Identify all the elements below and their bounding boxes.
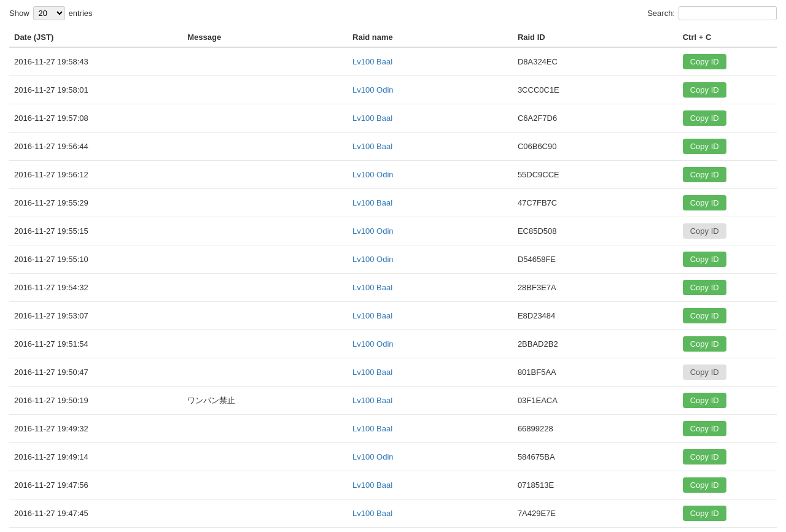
cell-copy: Copy ID	[678, 387, 777, 415]
copy-id-button[interactable]: Copy ID	[683, 308, 726, 323]
cell-raid-id: 7A429E7E	[513, 499, 678, 528]
cell-raid-id: D54658FE	[513, 245, 678, 274]
copy-id-button[interactable]: Copy ID	[683, 336, 726, 352]
cell-raid-name[interactable]: Lv100 Baal	[348, 387, 513, 415]
table-header: Date (JST) Message Raid name Raid ID Ctr…	[9, 28, 777, 47]
cell-copy: Copy ID	[678, 161, 777, 189]
cell-message	[182, 189, 348, 217]
cell-message: ワンパン禁止	[182, 387, 348, 415]
copy-id-button[interactable]: Copy ID	[683, 421, 726, 436]
cell-copy: Copy ID	[678, 415, 777, 443]
cell-copy: Copy ID	[678, 274, 777, 302]
cell-date: 2016-11-27 19:56:12	[9, 161, 182, 189]
cell-message	[182, 217, 348, 245]
cell-message	[182, 471, 348, 499]
table-row: 2016-11-27 19:47:56Lv100 Baal0718513ECop…	[9, 471, 777, 499]
copy-id-button[interactable]: Copy ID	[683, 167, 726, 182]
cell-copy: Copy ID	[678, 302, 777, 330]
cell-copy: Copy ID	[678, 471, 777, 499]
cell-raid-name[interactable]: Lv100 Odin	[348, 76, 513, 104]
table-row: 2016-11-27 19:57:08Lv100 BaalC6A2F7D6Cop…	[9, 104, 777, 133]
cell-raid-name[interactable]: Lv100 Baal	[348, 302, 513, 330]
cell-message	[182, 443, 348, 471]
copy-id-button[interactable]: Copy ID	[683, 280, 726, 295]
cell-copy: Copy ID	[678, 104, 777, 133]
cell-raid-name[interactable]: Lv100 Odin	[348, 443, 513, 471]
cell-date: 2016-11-27 19:49:14	[9, 443, 182, 471]
copy-id-button[interactable]: Copy ID	[683, 223, 726, 239]
cell-message	[182, 330, 348, 358]
cell-copy: Copy ID	[678, 217, 777, 245]
copy-id-button[interactable]: Copy ID	[683, 252, 726, 267]
copy-id-button[interactable]: Copy ID	[683, 54, 726, 69]
copy-id-button[interactable]: Copy ID	[683, 506, 726, 521]
entries-label: entries	[69, 9, 93, 18]
table-body: 2016-11-27 19:58:43Lv100 BaalD8A324ECCop…	[9, 47, 777, 528]
cell-raid-name[interactable]: Lv100 Baal	[348, 358, 513, 387]
header-raid-name: Raid name	[348, 28, 513, 47]
cell-raid-name[interactable]: Lv100 Baal	[348, 104, 513, 133]
cell-raid-id: 584675BA	[513, 443, 678, 471]
cell-message	[182, 499, 348, 528]
table-row: 2016-11-27 19:55:15Lv100 OdinEC85D508Cop…	[9, 217, 777, 245]
cell-raid-name[interactable]: Lv100 Baal	[348, 471, 513, 499]
cell-message	[182, 274, 348, 302]
cell-message	[182, 302, 348, 330]
cell-copy: Copy ID	[678, 443, 777, 471]
table-row: 2016-11-27 19:51:54Lv100 Odin2BBAD2B2Cop…	[9, 330, 777, 358]
table-row: 2016-11-27 19:55:10Lv100 OdinD54658FECop…	[9, 245, 777, 274]
cell-raid-id: C06B6C90	[513, 133, 678, 161]
cell-raid-id: 3CCC0C1E	[513, 76, 678, 104]
cell-raid-name[interactable]: Lv100 Baal	[348, 274, 513, 302]
raid-table: Date (JST) Message Raid name Raid ID Ctr…	[9, 28, 777, 528]
cell-raid-name[interactable]: Lv100 Odin	[348, 330, 513, 358]
cell-raid-name[interactable]: Lv100 Baal	[348, 415, 513, 443]
table-row: 2016-11-27 19:50:47Lv100 Baal801BF5AACop…	[9, 358, 777, 387]
cell-date: 2016-11-27 19:49:32	[9, 415, 182, 443]
header-date: Date (JST)	[9, 28, 182, 47]
cell-raid-name[interactable]: Lv100 Baal	[348, 499, 513, 528]
cell-raid-name[interactable]: Lv100 Baal	[348, 133, 513, 161]
header-raid-id: Raid ID	[513, 28, 678, 47]
copy-id-button[interactable]: Copy ID	[683, 195, 726, 210]
cell-copy: Copy ID	[678, 76, 777, 104]
cell-raid-name[interactable]: Lv100 Baal	[348, 47, 513, 76]
header-message: Message	[182, 28, 348, 47]
show-entries-area: Show 102050100 entries	[9, 6, 93, 20]
cell-date: 2016-11-27 19:50:47	[9, 358, 182, 387]
cell-message	[182, 161, 348, 189]
cell-raid-name[interactable]: Lv100 Baal	[348, 189, 513, 217]
cell-date: 2016-11-27 19:50:19	[9, 387, 182, 415]
cell-copy: Copy ID	[678, 499, 777, 528]
cell-message	[182, 104, 348, 133]
table-row: 2016-11-27 19:56:12Lv100 Odin55DC9CCECop…	[9, 161, 777, 189]
cell-raid-name[interactable]: Lv100 Odin	[348, 245, 513, 274]
cell-raid-name[interactable]: Lv100 Odin	[348, 217, 513, 245]
copy-id-button[interactable]: Copy ID	[683, 477, 726, 493]
cell-raid-id: 801BF5AA	[513, 358, 678, 387]
cell-raid-id: 47C7FB7C	[513, 189, 678, 217]
cell-message	[182, 47, 348, 76]
copy-id-button[interactable]: Copy ID	[683, 139, 726, 154]
table-row: 2016-11-27 19:50:19ワンパン禁止Lv100 Baal03F1E…	[9, 387, 777, 415]
cell-raid-name[interactable]: Lv100 Odin	[348, 161, 513, 189]
copy-id-button[interactable]: Copy ID	[683, 393, 726, 408]
header-ctrl: Ctrl + C	[678, 28, 777, 47]
search-input[interactable]	[679, 6, 777, 20]
cell-message	[182, 245, 348, 274]
cell-raid-id: 2BBAD2B2	[513, 330, 678, 358]
table-row: 2016-11-27 19:56:44Lv100 BaalC06B6C90Cop…	[9, 133, 777, 161]
cell-date: 2016-11-27 19:53:07	[9, 302, 182, 330]
table-row: 2016-11-27 19:47:45Lv100 Baal7A429E7ECop…	[9, 499, 777, 528]
cell-raid-id: D8A324EC	[513, 47, 678, 76]
cell-raid-id: E8D23484	[513, 302, 678, 330]
cell-message	[182, 358, 348, 387]
copy-id-button[interactable]: Copy ID	[683, 110, 726, 126]
cell-date: 2016-11-27 19:56:44	[9, 133, 182, 161]
copy-id-button[interactable]: Copy ID	[683, 82, 726, 98]
search-area: Search:	[647, 6, 777, 20]
cell-date: 2016-11-27 19:47:56	[9, 471, 182, 499]
copy-id-button[interactable]: Copy ID	[683, 449, 726, 465]
entries-select[interactable]: 102050100	[33, 6, 65, 20]
copy-id-button[interactable]: Copy ID	[683, 364, 726, 380]
